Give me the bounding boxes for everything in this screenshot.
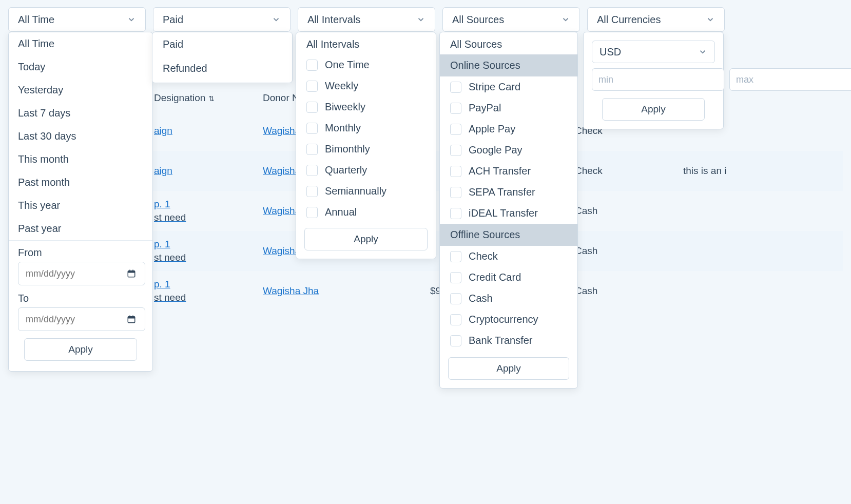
- chevron-down-icon: [416, 15, 425, 24]
- source-option[interactable]: Cash: [440, 288, 577, 309]
- filter-intervals[interactable]: All Intervals: [298, 7, 435, 32]
- time-option[interactable]: This month: [9, 148, 152, 171]
- chevron-down-icon: [561, 15, 570, 24]
- source-label: Stripe Card: [469, 81, 520, 93]
- interval-option[interactable]: Annual: [296, 202, 436, 223]
- time-option[interactable]: Past month: [9, 171, 152, 194]
- source-option[interactable]: Stripe Card: [440, 76, 577, 98]
- time-option[interactable]: Yesterday: [9, 79, 152, 102]
- checkbox[interactable]: [306, 144, 318, 155]
- checkbox[interactable]: [450, 272, 461, 283]
- intervals-apply-button[interactable]: Apply: [304, 228, 428, 250]
- interval-option[interactable]: One Time: [296, 54, 436, 75]
- interval-option[interactable]: Quarterly: [296, 160, 436, 181]
- source-option[interactable]: Apple Pay: [440, 119, 577, 140]
- filter-sources[interactable]: All Sources: [442, 7, 580, 32]
- chevron-down-icon: [127, 15, 136, 24]
- filter-time-label: All Time: [18, 14, 54, 26]
- filter-currencies[interactable]: All Currencies: [587, 7, 725, 32]
- donor-link[interactable]: Wagisha: [263, 205, 300, 217]
- filter-paid-label: Paid: [163, 14, 183, 26]
- chevron-down-icon: [706, 15, 715, 24]
- checkbox[interactable]: [450, 335, 461, 346]
- designation-link[interactable]: p. 1st need: [154, 198, 186, 224]
- checkbox[interactable]: [306, 186, 318, 197]
- interval-option[interactable]: Weekly: [296, 75, 436, 96]
- source-cell: Cash: [575, 245, 597, 257]
- source-option[interactable]: Cryptocurrency: [440, 309, 577, 330]
- col-donor[interactable]: Donor N: [263, 92, 299, 104]
- source-option[interactable]: Google Pay: [440, 140, 577, 161]
- source-option[interactable]: Bank Transfer: [440, 330, 577, 351]
- to-date-input[interactable]: [18, 307, 145, 331]
- source-option[interactable]: iDEAL Transfer: [440, 203, 577, 224]
- donor-link[interactable]: Wagisha: [263, 165, 300, 177]
- to-label: To: [18, 293, 143, 304]
- designation-link[interactable]: p. 1st need: [154, 238, 186, 264]
- source-label: Cryptocurrency: [469, 314, 538, 325]
- from-date-input[interactable]: [18, 262, 145, 285]
- sources-apply-button[interactable]: Apply: [448, 357, 569, 380]
- checkbox[interactable]: [450, 314, 461, 325]
- source-option[interactable]: Check: [440, 246, 577, 267]
- designation-link[interactable]: p. 1st need: [154, 278, 186, 304]
- checkbox[interactable]: [450, 251, 461, 262]
- time-option[interactable]: Today: [9, 55, 152, 79]
- time-option[interactable]: Last 30 days: [9, 125, 152, 148]
- sources-header[interactable]: All Sources: [440, 32, 577, 54]
- interval-option[interactable]: Monthly: [296, 118, 436, 139]
- source-cell: Cash: [575, 285, 597, 297]
- checkbox[interactable]: [306, 123, 318, 134]
- checkbox[interactable]: [450, 208, 461, 219]
- paid-option[interactable]: Paid: [152, 32, 292, 56]
- source-option[interactable]: PayPal: [440, 98, 577, 119]
- time-option[interactable]: This year: [9, 194, 152, 217]
- interval-label: Biweekly: [325, 101, 365, 113]
- designation-link[interactable]: aign: [154, 164, 172, 178]
- time-option[interactable]: Past year: [9, 217, 152, 240]
- from-label: From: [18, 247, 143, 259]
- interval-option[interactable]: Bimonthly: [296, 139, 436, 160]
- source-option[interactable]: Credit Card: [440, 267, 577, 288]
- donor-link[interactable]: Wagisha: [263, 125, 300, 137]
- checkbox[interactable]: [306, 102, 318, 113]
- time-option[interactable]: All Time: [9, 32, 152, 55]
- interval-label: Weekly: [325, 80, 358, 92]
- time-apply-button[interactable]: Apply: [24, 338, 137, 361]
- designation-link[interactable]: aign: [154, 124, 172, 138]
- filter-time[interactable]: All Time: [8, 7, 146, 32]
- checkbox[interactable]: [450, 103, 461, 114]
- checkbox[interactable]: [450, 187, 461, 198]
- currency-apply-button[interactable]: Apply: [602, 98, 705, 121]
- checkbox[interactable]: [306, 207, 318, 218]
- source-label: SEPA Transfer: [469, 186, 535, 198]
- checkbox[interactable]: [450, 166, 461, 177]
- checkbox[interactable]: [450, 82, 461, 93]
- currency-select[interactable]: USD: [592, 41, 715, 63]
- interval-option[interactable]: Biweekly: [296, 96, 436, 118]
- checkbox[interactable]: [450, 293, 461, 304]
- offline-sources-group: Offline Sources: [440, 224, 577, 246]
- checkbox[interactable]: [306, 81, 318, 92]
- interval-option[interactable]: Semiannually: [296, 181, 436, 202]
- donor-link[interactable]: Wagisha Jha: [263, 285, 319, 297]
- checkbox[interactable]: [306, 165, 318, 176]
- source-option[interactable]: SEPA Transfer: [440, 182, 577, 203]
- checkbox[interactable]: [450, 124, 461, 135]
- interval-label: One Time: [325, 59, 370, 71]
- paid-option[interactable]: Refunded: [152, 56, 292, 83]
- min-amount-input[interactable]: [592, 68, 724, 91]
- currency-selected: USD: [599, 46, 621, 58]
- chevron-down-icon: [698, 47, 707, 56]
- col-designation[interactable]: Designation⇅: [154, 92, 215, 104]
- intervals-header[interactable]: All Intervals: [296, 32, 436, 54]
- checkbox[interactable]: [450, 145, 461, 156]
- filter-sources-label: All Sources: [452, 14, 504, 26]
- filter-paid[interactable]: Paid: [153, 7, 291, 32]
- max-amount-input[interactable]: [729, 68, 851, 91]
- source-label: Apple Pay: [469, 123, 515, 135]
- checkbox[interactable]: [306, 60, 318, 71]
- time-option[interactable]: Last 7 days: [9, 102, 152, 125]
- source-option[interactable]: ACH Transfer: [440, 161, 577, 182]
- donor-link[interactable]: Wagisha: [263, 245, 300, 257]
